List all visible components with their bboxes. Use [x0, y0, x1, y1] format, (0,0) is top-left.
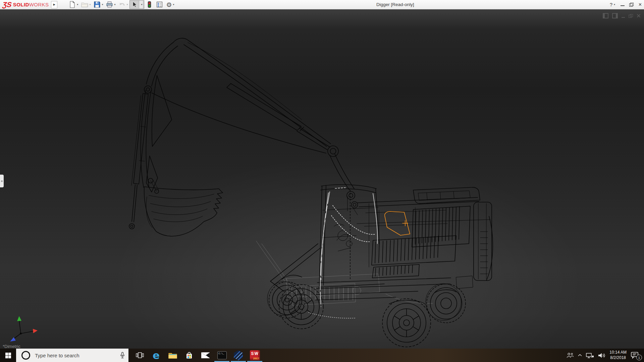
sw-label: SW [251, 351, 259, 356]
taskbar-apps: e C: [131, 349, 263, 362]
save-floppy-icon [94, 1, 101, 8]
show-hidden-icons-button[interactable] [578, 354, 582, 357]
brand-works-text: WORKS [29, 2, 49, 7]
clock-date: 8/2/2018 [609, 355, 627, 361]
file-explorer-icon [168, 352, 177, 359]
select-dropdown-section[interactable]: ▾ [139, 1, 143, 8]
dropdown-arrow-icon: ▾ [89, 3, 91, 6]
mail-icon [201, 352, 210, 359]
brand-solid-text: SOLID [13, 2, 29, 7]
dropdown-arrow-icon[interactable]: ▾ [114, 3, 115, 6]
close-button[interactable]: ✕ [638, 0, 642, 9]
command-prompt-icon: C:\_ [217, 351, 227, 359]
wheels [267, 275, 466, 347]
undercarriage-ghost-lines [256, 241, 433, 305]
windows-taskbar: e C: [0, 349, 644, 362]
dropdown-arrow-icon[interactable]: ▾ [77, 3, 78, 6]
boom-arm [129, 38, 358, 229]
dropdown-arrow-icon: ▾ [126, 3, 128, 6]
mail-button[interactable] [197, 349, 214, 362]
pane-left-icon[interactable] [603, 13, 608, 18]
options-button[interactable]: ⚙ ▾ [165, 0, 175, 9]
edrawings-button[interactable] [230, 349, 247, 362]
edge-button[interactable]: e [148, 349, 164, 362]
doc-restore-button[interactable] [629, 14, 633, 18]
document-window-controls [603, 13, 641, 18]
taskbar-clock[interactable]: 10:14 AM 8/2/2018 [609, 350, 627, 360]
window-controls: ? ▾ ✕ [610, 0, 642, 9]
taskbar-search[interactable] [16, 349, 128, 362]
rebuild-button[interactable] [145, 0, 154, 9]
task-view-button[interactable] [131, 349, 148, 362]
menu-flyout-button[interactable]: ▶ [51, 1, 57, 8]
title-bar: ƷS SOLIDWORKS ▶ ▾ ▾ ▾ [0, 0, 644, 9]
print-button[interactable]: ▾ [105, 0, 117, 9]
undo-arrow-icon [118, 1, 125, 8]
solidworks-logo: ƷS SOLIDWORKS [3, 0, 49, 9]
dropdown-arrow-icon[interactable]: ▾ [102, 3, 103, 6]
microphone-icon[interactable] [120, 352, 125, 359]
new-document-icon [69, 1, 76, 8]
open-button[interactable]: ▾ [80, 0, 92, 9]
select-tool-button[interactable]: ▾ [129, 0, 144, 9]
restore-button[interactable] [629, 3, 634, 7]
undo-button[interactable]: ▾ [117, 0, 129, 9]
network-icon [586, 353, 594, 358]
view-orientation-label: *Dimetric [3, 344, 20, 349]
help-dropdown-icon[interactable]: ▾ [614, 3, 615, 6]
start-button[interactable] [0, 349, 16, 362]
select-cursor-icon [131, 1, 138, 8]
solidworks-2017-icon: SW 2017 [250, 350, 260, 360]
save-button[interactable]: ▾ [92, 0, 104, 9]
flyout-arrow-icon: ▶ [53, 3, 55, 6]
store-button[interactable] [181, 349, 197, 362]
edge-icon: e [153, 349, 160, 361]
pane-right-icon[interactable] [612, 13, 618, 18]
sw-year-label: 2017 [253, 357, 259, 360]
volume-button[interactable] [598, 353, 605, 358]
file-properties-icon [156, 1, 163, 8]
task-view-icon [136, 352, 144, 358]
help-button[interactable]: ? [610, 2, 612, 7]
selected-door-edge[interactable] [385, 212, 410, 235]
speaker-icon [598, 353, 605, 358]
document-title: Digger [Read-only] [376, 0, 414, 9]
doc-close-button[interactable] [637, 14, 641, 18]
action-center-button[interactable]: 1 [631, 352, 641, 359]
solidworks-2017-button[interactable]: SW 2017 [247, 349, 263, 362]
open-folder-icon [81, 1, 88, 8]
dropdown-arrow-icon[interactable]: ▾ [173, 3, 174, 6]
featuremanager-flyout-tab[interactable] [0, 175, 4, 187]
rebuild-traffic-light-icon [146, 1, 153, 8]
bucket [144, 187, 223, 236]
flyout-dot-icon [1, 180, 3, 182]
orientation-triad[interactable] [10, 316, 38, 342]
new-document-button[interactable]: ▾ [67, 0, 79, 9]
clock-time: 10:14 AM [609, 350, 627, 355]
windows-logo-icon [5, 353, 11, 358]
chevron-up-icon [578, 354, 582, 357]
hexagon-viewer-icon [233, 350, 244, 360]
system-tray: 10:14 AM 8/2/2018 1 [567, 349, 644, 362]
people-icon [567, 353, 574, 358]
solidworks-logo-mark-icon: ƷS [2, 0, 13, 9]
people-button[interactable] [567, 353, 574, 358]
network-button[interactable] [586, 353, 594, 358]
store-icon [185, 351, 193, 359]
gear-icon: ⚙ [166, 1, 172, 8]
file-properties-button[interactable] [155, 0, 164, 9]
graphics-viewport[interactable]: *Dimetric [0, 9, 644, 349]
file-explorer-button[interactable] [164, 349, 181, 362]
minimize-button[interactable] [621, 5, 625, 6]
command-prompt-button[interactable]: C:\_ [214, 349, 230, 362]
digger-wireframe-model[interactable] [0, 9, 644, 349]
quick-access-toolbar: ▾ ▾ ▾ ▾ [67, 0, 176, 9]
print-icon [106, 1, 113, 8]
doc-minimize-button[interactable] [622, 17, 625, 18]
search-input[interactable] [34, 352, 108, 359]
highlight-edges [309, 188, 377, 318]
excavator-body [270, 187, 493, 300]
dropdown-arrow-icon: ▾ [141, 3, 142, 6]
cortana-icon [21, 351, 30, 360]
notification-badge: 1 [636, 355, 642, 360]
